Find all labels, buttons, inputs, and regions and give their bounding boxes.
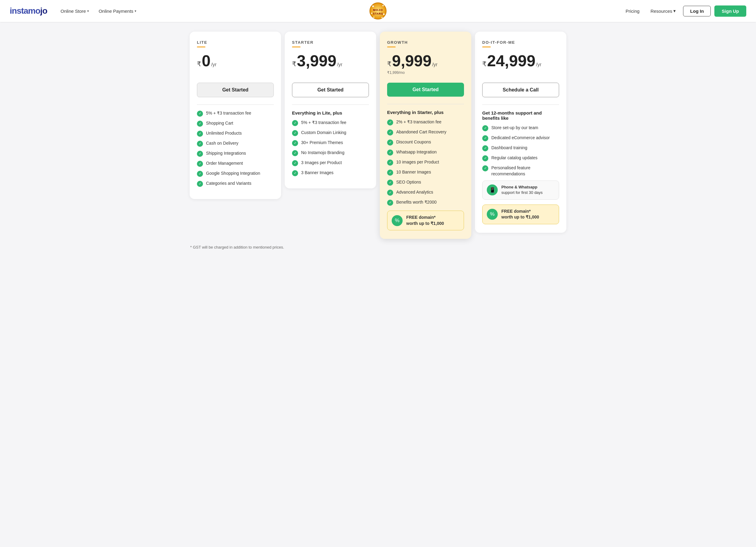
feature-item: ✓ Whatsapp Integration	[387, 149, 464, 156]
check-icon: ✓	[197, 141, 203, 147]
free-domain-badge: % FREE domain*worth up to ₹1,000	[387, 211, 464, 230]
feature-item: ✓ Categories and Variants	[197, 181, 274, 187]
check-icon: ✓	[387, 190, 393, 196]
feature-item: ✓ 10 images per Product	[387, 159, 464, 166]
price-monthly-growth: ₹1,999/mo	[387, 70, 464, 77]
cta-button-lite[interactable]: Get Started	[197, 83, 274, 97]
pricing-grid: LITE ₹ 0 /yr Get Started ✓ 5% + ₹3 trans…	[188, 32, 568, 239]
check-icon: ✓	[292, 150, 298, 156]
features-header-growth: Everything in Starter, plus	[387, 110, 464, 115]
footer-note: * GST will be charged in addition to men…	[188, 245, 568, 249]
chevron-down-icon: ▾	[673, 8, 676, 14]
check-icon: ✓	[197, 111, 203, 117]
svg-text:STARS: STARS	[373, 12, 383, 15]
plan-card-lite: LITE ₹ 0 /yr Get Started ✓ 5% + ₹3 trans…	[190, 32, 281, 199]
check-icon: ✓	[482, 135, 488, 141]
plan-underline-doit	[482, 46, 491, 47]
feature-item: ✓ Unlimited Products	[197, 130, 274, 137]
feature-item: ✓ Benefits worth ₹2000	[387, 199, 464, 206]
plan-card-starter: STARTER ₹ 3,999 /yr Get Started Everythi…	[285, 32, 376, 188]
feature-item: ✓ 10 Banner Images	[387, 169, 464, 176]
feature-item: ✓ Abandoned Cart Recovery	[387, 129, 464, 136]
check-icon: ✓	[292, 170, 298, 176]
divider-lite	[197, 105, 274, 105]
check-icon: ✓	[387, 150, 393, 156]
cta-button-doit[interactable]: Schedule a Call	[482, 83, 559, 97]
svg-text:★: ★	[382, 4, 384, 7]
nav-resources[interactable]: Resources ▾	[647, 6, 680, 16]
plan-price-starter: ₹ 3,999 /yr	[292, 53, 369, 69]
check-icon: ✓	[197, 181, 203, 187]
feature-item: ✓ 5% + ₹3 transaction fee	[292, 120, 369, 126]
plan-name-starter: STARTER	[292, 40, 369, 45]
check-icon: ✓	[482, 165, 488, 171]
plan-underline-lite	[197, 46, 205, 47]
free-domain-badge: % FREE domain*worth up to ₹1,000	[482, 205, 559, 224]
svg-text:★: ★	[373, 16, 375, 18]
plan-price-growth: ₹ 9,999 /yr	[387, 53, 464, 69]
navbar: instamojo Online Store ▾ Online Payments…	[0, 0, 756, 22]
feature-item: ✓ Store set-up by our team	[482, 125, 559, 131]
cta-button-starter[interactable]: Get Started	[292, 83, 369, 97]
plan-card-growth: GROWTH ₹ 9,999 /yr ₹1,999/mo Get Started…	[380, 32, 471, 239]
svg-text:★: ★	[371, 12, 373, 14]
check-icon: ✓	[482, 125, 488, 131]
check-icon: ✓	[387, 160, 393, 166]
nav-online-payments[interactable]: Online Payments ▾	[95, 6, 140, 16]
check-icon: ✓	[292, 140, 298, 146]
check-icon: ✓	[387, 119, 393, 126]
svg-text:MOJO: MOJO	[373, 8, 383, 12]
signup-button[interactable]: Sign Up	[714, 5, 746, 17]
feature-item: ✓ Google Shopping Integration	[197, 170, 274, 177]
plan-price-lite: ₹ 0 /yr	[197, 53, 274, 69]
check-icon: ✓	[197, 161, 203, 167]
check-icon: ✓	[292, 160, 298, 166]
mojo-stars-logo: ★ ★ ★ ★ ★ ★ MOJO STARS	[369, 2, 387, 20]
check-icon: ✓	[387, 129, 393, 136]
feature-item: ✓ Dashboard training	[482, 145, 559, 151]
free-domain-text: FREE domain*worth up to ₹1,000	[406, 215, 444, 226]
feature-item: ✓ 3 Banner Images	[292, 170, 369, 176]
login-button[interactable]: Log In	[683, 6, 711, 16]
logo[interactable]: instamojo	[10, 6, 47, 16]
discount-icon: %	[487, 209, 498, 220]
feature-item: ✓ 5% + ₹3 transaction fee	[197, 110, 274, 117]
feature-item: ✓ Shipping Integrations	[197, 150, 274, 157]
features-header-doit: Get 12-months support and benefits like	[482, 110, 559, 121]
check-icon: ✓	[482, 145, 488, 151]
check-icon: ✓	[197, 171, 203, 177]
cta-button-growth[interactable]: Get Started	[387, 83, 464, 97]
check-icon: ✓	[292, 120, 298, 126]
nav-pricing[interactable]: Pricing	[622, 6, 643, 16]
feature-item: ✓ Shopping Cart	[197, 120, 274, 127]
chevron-down-icon: ▾	[135, 9, 136, 13]
nav-online-store[interactable]: Online Store ▾	[57, 6, 92, 16]
check-icon: ✓	[387, 200, 393, 206]
feature-item: ✓ No Instamojo Branding	[292, 150, 369, 156]
check-icon: ✓	[197, 151, 203, 157]
check-icon: ✓	[197, 121, 203, 127]
plan-name-growth: GROWTH	[387, 40, 464, 45]
plan-underline-starter	[292, 46, 301, 47]
check-icon: ✓	[387, 170, 393, 176]
plan-price-doit: ₹ 24,999 /yr	[482, 53, 559, 69]
main-content: LITE ₹ 0 /yr Get Started ✓ 5% + ₹3 trans…	[180, 22, 576, 262]
check-icon: ✓	[292, 130, 298, 136]
feature-item: ✓ SEO Options	[387, 179, 464, 186]
feature-item: ✓ Dedicated eCommerce advisor	[482, 135, 559, 141]
svg-text:★: ★	[372, 5, 375, 8]
feature-item: ✓ Advanced Analytics	[387, 189, 464, 196]
feature-item: ✓ Cash on Delivery	[197, 140, 274, 147]
plan-card-doit: DO-IT-FOR-ME ₹ 24,999 /yr Schedule a Cal…	[475, 32, 566, 233]
divider-growth	[387, 104, 464, 104]
check-icon: ✓	[197, 131, 203, 137]
free-domain-text: FREE domain*worth up to ₹1,000	[501, 208, 539, 220]
feature-item: ✓ 2% + ₹3 transaction fee	[387, 119, 464, 126]
feature-item: ✓ Regular catalog updates	[482, 155, 559, 161]
chevron-down-icon: ▾	[87, 9, 89, 13]
svg-text:★: ★	[381, 16, 383, 19]
feature-item: ✓ 30+ Premium Themes	[292, 140, 369, 146]
feature-item: ✓ Discount Coupons	[387, 139, 464, 146]
plan-name-doit: DO-IT-FOR-ME	[482, 40, 559, 45]
check-icon: ✓	[482, 155, 488, 161]
